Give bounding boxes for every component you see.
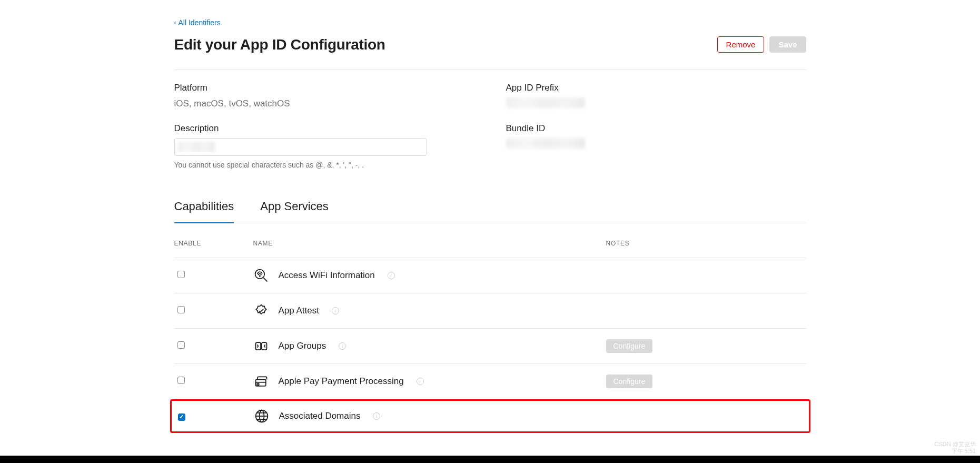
wifi-search-icon	[253, 268, 269, 283]
wallet-cards-icon	[253, 373, 269, 389]
description-input[interactable]	[174, 138, 427, 156]
configure-button: Configure	[606, 375, 653, 388]
capability-label: App Groups	[279, 340, 326, 352]
capability-row-associated-domains: Associated Domains i	[170, 399, 810, 433]
capability-row-access-wifi: Access WiFi Information i	[174, 258, 806, 293]
col-enable: ENABLE	[174, 239, 253, 248]
chevron-left-icon: ‹	[174, 18, 176, 27]
save-button: Save	[769, 36, 806, 53]
capability-label: App Attest	[279, 304, 320, 317]
description-field: Description You cannot use special chara…	[174, 122, 474, 170]
bundle-field: Bundle ID	[506, 122, 806, 170]
header-buttons: Remove Save	[717, 36, 806, 53]
col-name: NAME	[253, 239, 606, 248]
capabilities-table: ENABLE NAME NOTES Access WiFi Informatio…	[174, 223, 806, 433]
checkbox-apple-pay[interactable]	[177, 377, 185, 384]
back-link[interactable]: ‹ All Identifiers	[174, 18, 221, 28]
checkbox-app-attest[interactable]	[177, 306, 185, 313]
info-icon[interactable]: i	[373, 412, 380, 420]
back-link-label: All Identifiers	[179, 18, 221, 28]
info-icon[interactable]: i	[332, 307, 339, 314]
info-icon[interactable]: i	[388, 272, 395, 279]
capability-row-app-attest: App Attest i	[174, 293, 806, 329]
prefix-label: App ID Prefix	[506, 82, 806, 94]
bundle-label: Bundle ID	[506, 122, 806, 135]
capability-label: Access WiFi Information	[279, 269, 375, 282]
app-groups-icon	[253, 338, 269, 354]
tab-app-services[interactable]: App Services	[260, 199, 329, 223]
description-label: Description	[174, 122, 474, 135]
svg-line-2	[263, 278, 267, 281]
checkbox-access-wifi[interactable]	[177, 271, 185, 278]
page-container: ‹ All Identifiers Edit your App ID Confi…	[174, 0, 806, 433]
description-hint: You cannot use special characters such a…	[174, 160, 474, 171]
capability-label: Apple Pay Payment Processing	[279, 375, 404, 388]
bundle-value-redacted	[506, 138, 585, 149]
prefix-field: App ID Prefix	[506, 82, 806, 112]
remove-button[interactable]: Remove	[717, 36, 765, 53]
platform-value: iOS, macOS, tvOS, watchOS	[174, 97, 474, 110]
capability-label: Associated Domains	[279, 410, 361, 422]
info-grid: Platform iOS, macOS, tvOS, watchOS App I…	[174, 82, 806, 170]
info-icon[interactable]: i	[339, 342, 346, 350]
attest-badge-icon	[253, 303, 269, 319]
svg-rect-7	[257, 383, 259, 385]
globe-icon	[254, 408, 270, 424]
checkbox-app-groups[interactable]	[177, 341, 185, 349]
page-title: Edit your App ID Configuration	[174, 34, 385, 55]
svg-point-1	[259, 275, 260, 276]
platform-field: Platform iOS, macOS, tvOS, watchOS	[174, 82, 474, 112]
description-value-redacted	[178, 142, 215, 152]
header: Edit your App ID Configuration Remove Sa…	[174, 34, 806, 70]
prefix-value-redacted	[506, 97, 585, 108]
configure-button: Configure	[606, 339, 653, 353]
capability-row-apple-pay: Apple Pay Payment Processing i Configure	[174, 364, 806, 399]
capability-row-app-groups: App Groups i Configure	[174, 329, 806, 364]
info-icon[interactable]: i	[417, 378, 424, 385]
tab-capabilities[interactable]: Capabilities	[174, 199, 234, 223]
platform-label: Platform	[174, 82, 474, 94]
tabs: Capabilities App Services	[174, 199, 806, 223]
col-notes: NOTES	[606, 239, 806, 248]
checkbox-associated-domains[interactable]	[178, 413, 185, 421]
table-header: ENABLE NAME NOTES	[174, 223, 806, 258]
